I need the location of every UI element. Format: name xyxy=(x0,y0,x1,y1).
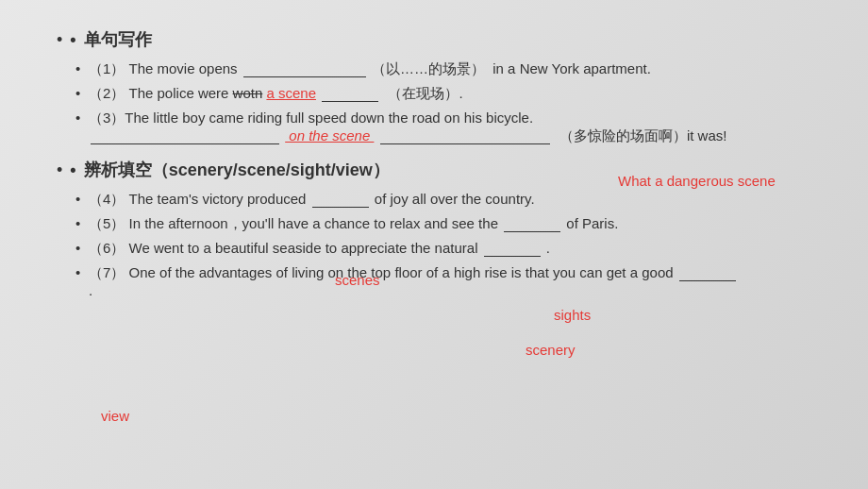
section1-list: （1） The movie opens （以……的场景） in a New Yo… xyxy=(75,60,811,145)
item5-text-after: of Paris. xyxy=(566,215,618,231)
floating-scenery: scenery xyxy=(526,342,576,358)
list-item-5: （5） In the afternoon，you'll have a chanc… xyxy=(75,215,811,233)
item6-blank xyxy=(484,240,541,257)
item2-answer: a scene xyxy=(266,85,316,101)
item1-id: （1） xyxy=(89,60,125,76)
section1-bullet: • xyxy=(57,30,62,50)
item7-period: . xyxy=(89,282,92,298)
floating-dangerous-scene: What a dangerous scene xyxy=(618,173,776,189)
item4-blank xyxy=(312,191,369,208)
section2-bullet: • xyxy=(57,160,62,180)
item4-id: （4） xyxy=(89,191,125,207)
floating-view: view xyxy=(101,408,129,424)
floating-scenes: scenes xyxy=(335,272,380,288)
item2-text-after: （在现场）. xyxy=(384,85,462,101)
section2-title: 辨析填空（scenery/scene/sight/view） xyxy=(70,159,389,181)
item1-blank xyxy=(243,60,366,77)
item3-answer: on the scene xyxy=(285,127,374,143)
list-item-2: （2） The police were wotn a scene （在现场）. xyxy=(75,85,811,103)
item4-text-before: The team's victory produced xyxy=(129,191,307,207)
floating-sights: sights xyxy=(554,307,591,323)
item5-text-before: In the afternoon，you'll have a chance to… xyxy=(129,215,498,231)
item3-blank2 xyxy=(380,127,550,144)
main-content: • 单句写作 （1） The movie opens （以……的场景） in a… xyxy=(0,0,868,324)
item5-blank xyxy=(504,215,560,232)
section1-header: • 单句写作 xyxy=(57,28,811,51)
item2-id: （2） xyxy=(89,85,125,101)
item7-text-before: One of the advantages of living on the t… xyxy=(129,264,674,280)
item2-blank xyxy=(322,85,378,102)
item1-text-after: in a New York apartment. xyxy=(489,60,651,76)
list-item-6: （6） We went to a beautiful seaside to ap… xyxy=(75,240,811,258)
list-item-1: （1） The movie opens （以……的场景） in a New Yo… xyxy=(75,60,811,78)
list-item-7: （7） One of the advantages of living on t… xyxy=(75,264,811,298)
list-item-3: （3）The little boy came riding full speed… xyxy=(75,110,811,145)
item3-blank1 xyxy=(91,127,279,144)
section1-title: 单句写作 xyxy=(70,28,151,51)
item2-crossed: wotn xyxy=(233,85,263,101)
item2-text-before: The police were xyxy=(129,85,233,101)
item1-text-before: The movie opens xyxy=(129,60,238,76)
list-item-4: （4） The team's victory produced of joy a… xyxy=(75,191,811,209)
item4-text-after: of joy all over the country. xyxy=(375,191,535,207)
item6-period: . xyxy=(546,240,550,256)
item3-text-before: （3）The little boy came riding full speed… xyxy=(89,110,533,126)
item3-text-after: （多惊险的场面啊）it was! xyxy=(556,127,727,143)
item5-id: （5） xyxy=(89,215,125,231)
section2-list: （4） The team's victory produced of joy a… xyxy=(75,191,811,298)
item7-id: （7） xyxy=(89,264,125,280)
item6-id: （6） xyxy=(89,240,125,256)
item7-blank xyxy=(679,264,736,281)
item6-text-before: We went to a beautiful seaside to apprec… xyxy=(129,240,478,256)
item1-text-middle: （以……的场景） xyxy=(372,60,485,76)
